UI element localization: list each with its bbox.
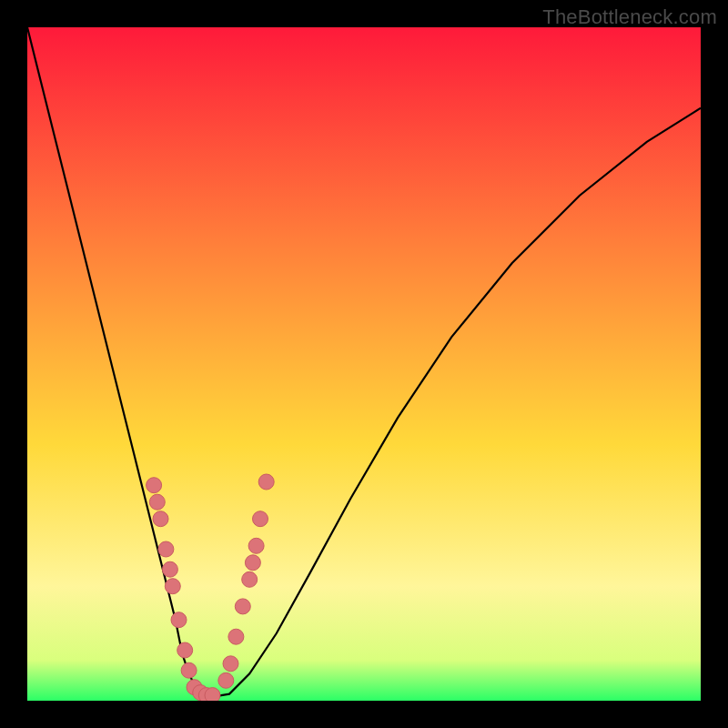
data-marker [181,662,197,678]
data-marker [235,599,250,614]
data-marker [149,494,165,510]
data-marker [147,478,162,493]
data-marker [228,629,244,644]
data-marker [253,511,268,527]
watermark-text: TheBottleneck.com [542,5,717,29]
data-marker [205,688,220,701]
data-marker [218,672,234,688]
data-marker [223,656,238,672]
data-marker [258,474,274,490]
data-marker [245,555,260,571]
chart-frame: TheBottleneck.com [0,0,728,728]
data-marker [158,541,174,557]
data-marker [153,511,168,527]
data-marker [248,538,264,553]
data-marker [162,561,177,577]
data-marker [171,612,187,628]
data-marker [242,571,258,587]
gradient-background [27,27,701,701]
data-marker [165,579,180,594]
data-marker [177,642,193,658]
bottleneck-chart [27,27,701,701]
plot-area [27,27,701,701]
